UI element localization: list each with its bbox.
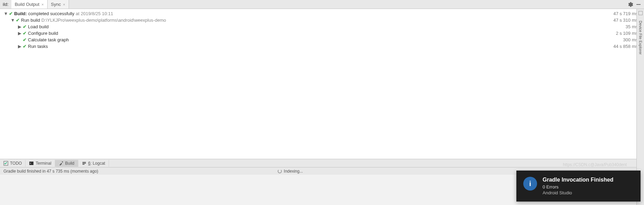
notification-errors: 0 Errors (543, 184, 634, 189)
notification-app: Android Studio (543, 190, 634, 195)
task-label: Calculate task graph (28, 37, 69, 42)
spinner-icon (278, 169, 282, 173)
chevron-down-icon[interactable]: ▼ (10, 18, 15, 23)
check-icon: ✔ (16, 18, 20, 23)
chevron-right-icon[interactable]: ▶ (17, 24, 22, 29)
tab-label: Build Output (15, 2, 40, 7)
task-label: Configure build (28, 31, 58, 36)
minimize-icon[interactable] (636, 2, 641, 7)
tab-logcat[interactable]: 6: Logcat (78, 160, 109, 167)
tab-sync[interactable]: Sync × (48, 0, 69, 9)
terminal-icon (29, 161, 34, 166)
task-row-run-tasks[interactable]: ▶ ✔ Run tasks 44 s 858 ms (0, 43, 644, 50)
build-root-label: Build: (14, 11, 27, 16)
info-icon: i (523, 177, 537, 191)
status-indexing: Indexing... (278, 169, 303, 174)
check-icon: ✔ (23, 37, 27, 42)
build-output-panel: ▼ ✔ Build: completed successfully at 201… (0, 9, 644, 159)
check-icon: ✔ (9, 11, 13, 16)
chevron-right-icon[interactable]: ▶ (17, 31, 22, 36)
build-root-status: completed successfully (28, 11, 75, 16)
logcat-icon (82, 161, 87, 166)
notification-toast[interactable]: i Gradle Invocation Finished 0 Errors An… (516, 171, 641, 202)
indexing-label: Indexing... (284, 169, 303, 174)
check-square-icon (3, 161, 8, 166)
bottom-tabs-bar: TODO Terminal Build 6: Logcat (0, 159, 644, 167)
run-build-path: D:\YLKJPro\weexplus-demo\platforms\andro… (41, 18, 166, 23)
hammer-icon (59, 161, 63, 166)
svg-rect-3 (82, 162, 86, 163)
svg-rect-0 (636, 4, 641, 5)
task-row-load-build[interactable]: ▶ ✔ Load build 35 ms (0, 23, 644, 30)
chevron-right-icon[interactable]: ▶ (17, 44, 22, 49)
gear-icon[interactable] (627, 2, 633, 7)
tab-label: Terminal (36, 161, 51, 166)
chevron-down-icon[interactable]: ▼ (3, 11, 8, 16)
svg-rect-5 (82, 164, 85, 165)
status-message: Gradle build finished in 47 s 735 ms (mo… (3, 169, 98, 174)
svg-rect-4 (82, 163, 86, 164)
run-build-label: Run build (21, 18, 40, 23)
task-row-calc-graph[interactable]: ✔ Calculate task graph 300 ms (0, 37, 644, 43)
build-tab-bar: ild: Build Output × Sync × (0, 0, 644, 9)
tab-label: Sync (51, 2, 61, 7)
device-file-explorer-icon[interactable] (638, 11, 643, 15)
build-root-row[interactable]: ▼ ✔ Build: completed successfully at 201… (0, 10, 644, 17)
tab-terminal[interactable]: Terminal (26, 160, 55, 167)
tab-build-output[interactable]: Build Output × (11, 0, 48, 9)
tab-build[interactable]: Build (55, 160, 78, 167)
build-root-timestamp: at 2019/8/25 10:11 (76, 11, 113, 16)
sidebar-item-device-file-explorer[interactable]: Device File Explorer (638, 17, 643, 54)
run-build-row[interactable]: ▼ ✔ Run build D:\YLKJPro\weexplus-demo\p… (0, 17, 644, 23)
task-label: Run tasks (28, 44, 48, 49)
close-icon[interactable]: × (41, 2, 43, 7)
task-label: Load build (28, 24, 49, 29)
svg-rect-2 (29, 162, 33, 165)
check-icon: ✔ (23, 24, 27, 29)
panel-label: ild: (0, 2, 11, 7)
tab-todo[interactable]: TODO (0, 160, 26, 167)
check-icon: ✔ (23, 31, 27, 36)
task-row-configure-build[interactable]: ▶ ✔ Configure build 2 s 109 ms (0, 30, 644, 37)
tab-label: Build (65, 161, 75, 166)
close-icon[interactable]: × (63, 2, 65, 7)
tab-label: 6: Logcat (88, 161, 105, 166)
tab-label: TODO (10, 161, 22, 166)
notification-title: Gradle Invocation Finished (543, 177, 634, 183)
check-icon: ✔ (23, 44, 27, 49)
